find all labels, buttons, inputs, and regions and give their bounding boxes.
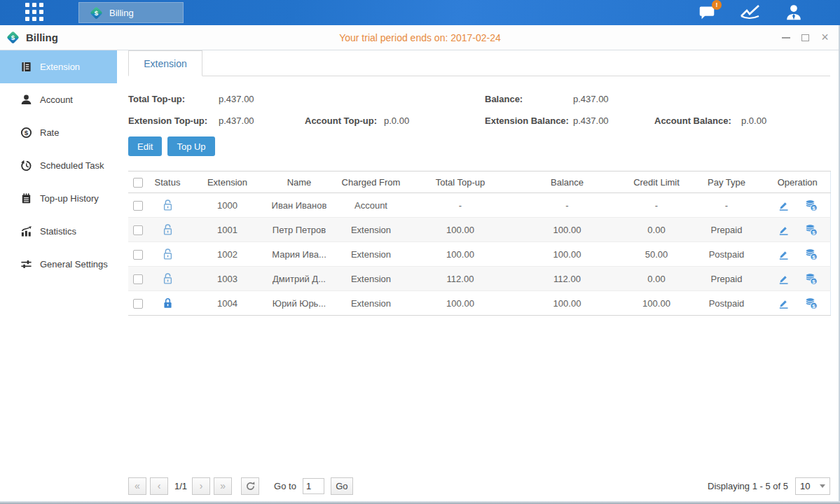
ledger-icon [20, 61, 32, 73]
person-icon [20, 94, 32, 106]
select-all-checkbox[interactable] [133, 178, 143, 188]
svg-text:$: $ [812, 205, 815, 211]
goto-page-input[interactable] [303, 478, 324, 494]
svg-text:$: $ [812, 254, 815, 260]
next-page-button[interactable]: › [192, 477, 210, 495]
sidebar: Extension Account $ Rate [0, 50, 117, 504]
lock-closed-icon [163, 297, 173, 309]
sidebar-item-label: General Settings [40, 259, 108, 270]
top-up-row-icon[interactable]: $ [805, 223, 818, 236]
top-up-button[interactable]: Top Up [167, 136, 214, 156]
cell-extension: 1001 [187, 218, 268, 242]
cell-charged-from: Account [331, 193, 411, 218]
taskbar-billing-tab[interactable]: $ Billing [78, 2, 184, 23]
summary-row-2: Extension Top-up: p.437.00 Account Top-u… [128, 110, 830, 132]
chevron-down-icon [820, 484, 825, 488]
bar-chart-icon [20, 225, 32, 237]
column-header-total-topup: Total Top-up [411, 172, 509, 193]
tab-extension[interactable]: Extension [128, 50, 202, 76]
edit-row-icon[interactable] [778, 298, 790, 309]
sidebar-item-extension[interactable]: Extension [0, 50, 117, 83]
column-header-operation: Operation [765, 172, 830, 193]
svg-text:$: $ [812, 303, 815, 309]
top-up-row-icon[interactable]: $ [805, 272, 818, 285]
cell-extension: 1003 [187, 267, 268, 291]
app-body: Extension Account $ Rate [0, 50, 840, 504]
top-up-row-icon[interactable]: $ [805, 248, 818, 260]
cell-total-topup: 100.00 [411, 291, 509, 316]
sidebar-item-rate[interactable]: $ Rate [0, 116, 117, 149]
first-page-button[interactable]: « [128, 477, 146, 495]
pagination-right: Displaying 1 - 5 of 5 10 [708, 477, 830, 495]
cell-credit-limit: 100.00 [625, 291, 688, 316]
row-checkbox[interactable] [133, 201, 143, 211]
account-balance-label: Account Balance: [654, 115, 741, 126]
svg-text:$: $ [95, 9, 99, 17]
edit-row-icon[interactable] [778, 224, 790, 236]
cell-extension: 1000 [187, 193, 268, 218]
sidebar-item-label: Scheduled Task [40, 160, 104, 171]
trial-notice: Your trial period ends on: 2017-02-24 [339, 32, 501, 43]
edit-button[interactable]: Edit [128, 136, 162, 156]
row-checkbox[interactable] [133, 274, 143, 284]
minimize-button[interactable] [780, 32, 791, 43]
dollar-circle-icon: $ [20, 127, 32, 139]
sidebar-item-scheduled-task[interactable]: Scheduled Task [0, 149, 117, 182]
lock-open-icon [163, 223, 173, 236]
column-header-extension: Extension [187, 172, 268, 193]
svg-text:$: $ [812, 279, 815, 285]
table-row: 1000 Иван Иванов Account - - - - $ [128, 193, 830, 218]
close-button[interactable]: × [820, 32, 830, 43]
cell-total-topup: - [411, 193, 509, 218]
page-size-value: 10 [800, 481, 810, 491]
edit-row-icon[interactable] [778, 200, 790, 211]
main-content: Extension Total Top-up: p.437.00 Balance… [117, 50, 840, 504]
edit-row-icon[interactable] [778, 273, 790, 285]
billing-diamond-icon: $ [6, 30, 20, 45]
column-header-status: Status [148, 172, 187, 193]
cell-name: Петр Петров [268, 218, 331, 242]
sidebar-item-label: Statistics [40, 226, 76, 237]
sidebar-item-topup-history[interactable]: Top-up History [0, 182, 117, 215]
table-row: 1001 Петр Петров Extension 100.00 100.00… [128, 218, 830, 242]
user-account-icon[interactable] [783, 2, 805, 23]
taskbar-tab-label: Billing [109, 8, 134, 18]
sidebar-item-label: Rate [40, 127, 59, 138]
sidebar-item-account[interactable]: Account [0, 83, 117, 116]
top-up-row-icon[interactable]: $ [805, 297, 818, 309]
edit-row-icon[interactable] [778, 248, 790, 260]
window-title-group: $ Billing [6, 30, 58, 45]
balance-value: p.437.00 [573, 94, 609, 104]
summary-row-1: Total Top-up: p.437.00 Balance: p.437.00 [128, 88, 830, 110]
refresh-button[interactable] [241, 477, 259, 495]
cell-credit-limit: 0.00 [625, 218, 688, 242]
go-button[interactable]: Go [331, 477, 353, 495]
taskbar: $ Billing ! [0, 0, 840, 25]
row-checkbox[interactable] [133, 299, 143, 309]
window-controls: × [780, 32, 830, 43]
top-up-row-icon[interactable]: $ [805, 199, 818, 211]
billing-summary: Total Top-up: p.437.00 Balance: p.437.00… [128, 88, 830, 132]
table-row: 1004 Юрий Юрь... Extension 100.00 100.00… [128, 291, 830, 316]
maximize-button[interactable] [800, 32, 811, 43]
last-page-button[interactable]: » [214, 477, 232, 495]
page-size-select[interactable]: 10 [795, 477, 830, 495]
extensions-table: Status Extension Name Charged From Total… [128, 171, 831, 316]
row-checkbox[interactable] [133, 250, 143, 260]
billing-app-window: $ Billing ! [0, 0, 840, 504]
column-header-charged-from: Charged From [331, 172, 411, 193]
sidebar-item-statistics[interactable]: Statistics [0, 215, 117, 248]
sidebar-item-general-settings[interactable]: General Settings [0, 248, 117, 281]
cell-name: Мария Ива... [268, 242, 331, 267]
table-header-row: Status Extension Name Charged From Total… [128, 172, 830, 193]
extension-topup-label: Extension Top-up: [128, 115, 219, 126]
notifications-icon[interactable]: ! [696, 2, 718, 23]
row-checkbox[interactable] [133, 225, 143, 235]
app-launcher-grid-icon[interactable] [25, 3, 45, 22]
cell-pay-type: Prepaid [688, 218, 765, 242]
resource-monitor-icon[interactable] [739, 2, 762, 23]
prev-page-button[interactable]: ‹ [150, 477, 168, 495]
window-titlebar: $ Billing Your trial period ends on: 201… [0, 25, 840, 50]
table-row: 1003 Дмитрий Д... Extension 112.00 112.0… [128, 267, 830, 291]
cell-name: Иван Иванов [268, 193, 331, 218]
